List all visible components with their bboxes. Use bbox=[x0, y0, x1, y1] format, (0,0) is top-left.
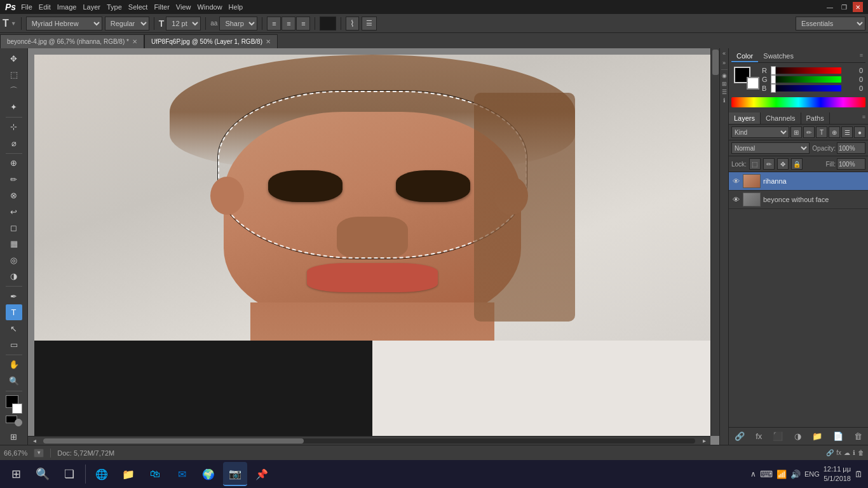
hand-tool-button[interactable]: ✋ bbox=[6, 357, 22, 372]
menu-edit[interactable]: Edit bbox=[39, 3, 51, 11]
new-layer-button[interactable]: 📄 bbox=[831, 431, 845, 441]
task-view-button[interactable]: ❏ bbox=[57, 462, 81, 486]
layer-beyonce[interactable]: 👁 beyonce without face bbox=[729, 191, 868, 209]
text-color-swatch[interactable] bbox=[320, 17, 336, 30]
panel-icon-4[interactable]: ℹ bbox=[723, 97, 725, 104]
lock-all-button[interactable]: 🔒 bbox=[791, 158, 803, 170]
clone-tool-button[interactable]: ⊗ bbox=[6, 187, 22, 203]
scroll-thumb[interactable] bbox=[43, 438, 304, 444]
blue-bar-container[interactable] bbox=[771, 85, 841, 92]
font-style-select[interactable]: Regular bbox=[105, 17, 149, 30]
antialiasing-select[interactable]: Sharp bbox=[219, 17, 257, 30]
menu-help[interactable]: Help bbox=[229, 3, 243, 11]
fill-input[interactable] bbox=[837, 158, 865, 170]
crop-tool-button[interactable]: ⊹ bbox=[6, 119, 22, 135]
tab-beyonce[interactable]: beyoncé-4.jpg @ 66,7% (rihanna, RGB/8) *… bbox=[0, 34, 144, 48]
search-button[interactable]: 🔍 bbox=[31, 462, 55, 486]
new-group-button[interactable]: 📁 bbox=[810, 431, 824, 441]
layers-filter-toggle[interactable]: ● bbox=[854, 126, 865, 138]
delete-layer-button[interactable]: 🗑 bbox=[852, 431, 864, 441]
horizontal-scrollbar[interactable]: ◂ ▸ bbox=[28, 436, 710, 445]
workspace-select[interactable]: Essentials bbox=[796, 17, 865, 30]
gradient-tool-button[interactable]: ▦ bbox=[6, 236, 22, 252]
dodge-tool-button[interactable]: ◑ bbox=[6, 269, 22, 284]
green-bar-container[interactable] bbox=[771, 76, 841, 83]
layer-adjustment-button[interactable]: ◑ bbox=[792, 431, 803, 441]
file-explorer-button[interactable]: 📁 bbox=[116, 462, 140, 486]
minimize-button[interactable]: — bbox=[825, 2, 835, 12]
menu-type[interactable]: Type bbox=[107, 3, 122, 11]
tab-paths[interactable]: Paths bbox=[801, 112, 830, 124]
canvas-area[interactable]: ◂ ▸ bbox=[28, 48, 719, 445]
tab-ufp8[interactable]: UfP8Fq6P.jpg @ 50% (Layer 1, RGB/8) ✕ bbox=[144, 34, 278, 48]
scroll-track[interactable] bbox=[43, 438, 695, 444]
menu-layer[interactable]: Layer bbox=[83, 3, 100, 11]
font-size-item[interactable]: T 12 pt bbox=[159, 17, 201, 30]
store-button[interactable]: 🛍 bbox=[143, 462, 167, 486]
tab-beyonce-close[interactable]: ✕ bbox=[132, 38, 137, 45]
edge-button[interactable]: 🌐 bbox=[90, 462, 114, 486]
tab-swatches[interactable]: Swatches bbox=[758, 51, 799, 62]
extra-button[interactable]: 📌 bbox=[250, 462, 274, 486]
beyonce-visibility-toggle[interactable]: 👁 bbox=[731, 195, 740, 204]
tab-color[interactable]: Color bbox=[731, 51, 758, 62]
start-button[interactable]: ⊞ bbox=[4, 462, 28, 486]
red-bar-container[interactable] bbox=[771, 67, 841, 74]
chrome-button[interactable]: 🌍 bbox=[196, 462, 220, 486]
font-style-item[interactable]: Regular bbox=[105, 17, 149, 30]
opacity-input[interactable] bbox=[837, 142, 865, 154]
vertical-scrollbar[interactable] bbox=[710, 48, 719, 436]
background-color-swatch[interactable] bbox=[747, 77, 759, 90]
layer-rihanna[interactable]: 👁 rihanna bbox=[729, 172, 868, 191]
menu-file[interactable]: File bbox=[21, 3, 32, 11]
aa-item[interactable]: aa Sharp bbox=[210, 17, 257, 30]
layer-fx-button[interactable]: fx bbox=[754, 431, 764, 441]
menu-view[interactable]: View bbox=[176, 3, 191, 11]
taskbar-up-arrow[interactable]: ∧ bbox=[750, 470, 756, 478]
eraser-tool-button[interactable]: ◻ bbox=[6, 220, 22, 235]
font-size-select[interactable]: 12 pt bbox=[166, 17, 201, 30]
status-fx-icon[interactable]: fx bbox=[836, 449, 841, 456]
lasso-tool-button[interactable]: ⌒ bbox=[6, 83, 22, 98]
green-slider[interactable] bbox=[771, 75, 776, 84]
taskbar-notification-icon[interactable]: 🗓 bbox=[855, 470, 863, 479]
align-center-button[interactable]: ≡ bbox=[281, 17, 295, 30]
panel-icon-2[interactable]: ⊞ bbox=[722, 81, 727, 87]
status-trash-icon[interactable]: 🗑 bbox=[858, 449, 864, 456]
eyedropper-tool-button[interactable]: ⌀ bbox=[6, 135, 22, 151]
quick-mask-icon[interactable] bbox=[15, 419, 22, 426]
restore-button[interactable]: ❐ bbox=[839, 2, 849, 12]
color-spectrum-bar[interactable] bbox=[731, 97, 865, 107]
scroll-left-button[interactable]: ◂ bbox=[28, 437, 41, 445]
align-right-button[interactable]: ≡ bbox=[296, 17, 310, 30]
align-left-button[interactable]: ≡ bbox=[267, 17, 281, 30]
pen-tool-button[interactable]: ✒ bbox=[6, 288, 22, 304]
type-tool-button[interactable]: T bbox=[6, 304, 22, 320]
close-button[interactable]: ✕ bbox=[853, 2, 863, 12]
mail-button[interactable]: ✉ bbox=[170, 462, 194, 486]
red-slider[interactable] bbox=[771, 66, 776, 75]
scroll-right-button[interactable]: ▸ bbox=[698, 437, 710, 445]
layer-mask-button[interactable]: ⬛ bbox=[771, 431, 785, 441]
lock-transparent-button[interactable]: ⬚ bbox=[749, 158, 761, 170]
healing-tool-button[interactable]: ⊕ bbox=[6, 156, 22, 171]
menu-window[interactable]: Window bbox=[197, 3, 222, 11]
photoshop-taskbar-button[interactable]: 📷 bbox=[223, 462, 247, 486]
shape-tool-button[interactable]: ▭ bbox=[6, 337, 22, 352]
lock-image-button[interactable]: ✏ bbox=[763, 158, 775, 170]
path-selection-button[interactable]: ↖ bbox=[6, 321, 22, 336]
tab-ufp8-close[interactable]: ✕ bbox=[266, 38, 271, 45]
warp-text-button[interactable]: ⌇ bbox=[346, 17, 359, 30]
lock-position-button[interactable]: ✥ bbox=[777, 158, 789, 170]
font-family-item[interactable]: Myriad Hebrew bbox=[26, 17, 102, 30]
status-info-icon[interactable]: ℹ bbox=[853, 449, 855, 456]
panel-icon-1[interactable]: ◉ bbox=[722, 72, 727, 79]
menu-select[interactable]: Select bbox=[128, 3, 148, 11]
panel-icon-3[interactable]: ☰ bbox=[722, 89, 727, 95]
blue-slider[interactable] bbox=[771, 84, 776, 93]
tab-layers[interactable]: Layers bbox=[729, 112, 761, 124]
color-picker[interactable] bbox=[4, 395, 24, 413]
brush-tool-button[interactable]: ✏ bbox=[6, 172, 22, 187]
tab-channels[interactable]: Channels bbox=[761, 112, 801, 124]
status-link-icon[interactable]: 🔗 bbox=[826, 449, 834, 456]
